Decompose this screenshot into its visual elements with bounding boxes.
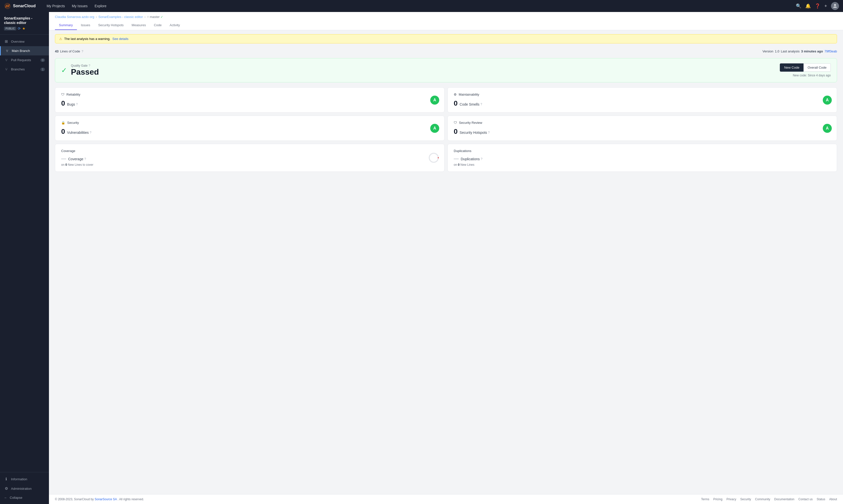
nav-explore[interactable]: Explore (92, 2, 109, 10)
maintainability-card: ⚙ Maintainability 0 Code Smells ? A (447, 87, 837, 112)
overall-code-button[interactable]: Overall Code (804, 64, 831, 72)
lines-help-icon[interactable]: ? (82, 50, 84, 53)
sidebar: SonarExamples - classic editor PUBLIC ⟳ … (0, 12, 49, 504)
quality-gate-content: Quality Gate ? Passed (71, 64, 99, 77)
new-code-button[interactable]: New Code (780, 64, 804, 72)
maintainability-number: 0 (454, 100, 458, 107)
warning-message: The last analysis has a warning. (64, 37, 110, 41)
sidebar-item-administration-label: Administration (11, 487, 32, 490)
metrics-grid: 🛡 Reliability 0 Bugs ? A (55, 87, 837, 172)
reliability-number: 0 (61, 100, 65, 107)
breadcrumb-branch-name: master (150, 15, 160, 19)
project-name: SonarExamples - classic editor (4, 16, 45, 25)
tab-summary[interactable]: Summary (55, 21, 77, 30)
star-icon[interactable]: ★ (22, 26, 25, 31)
quality-gate-label: Quality Gate ? (71, 64, 99, 67)
ci-icon[interactable]: ⟳ (18, 26, 21, 31)
footer-pricing[interactable]: Pricing (713, 498, 722, 501)
duplications-value: — Duplications ? (454, 156, 831, 162)
breadcrumb-org[interactable]: Claudia Sonarova azdo org (55, 15, 94, 19)
tab-activity[interactable]: Activity (165, 21, 184, 30)
breadcrumb-sep-2: › (144, 15, 145, 19)
maintainability-category: ⚙ Maintainability (454, 93, 831, 96)
footer-status[interactable]: Status (817, 498, 825, 501)
vulnerabilities-label: Vulnerabilities (67, 130, 89, 134)
collapse-button[interactable]: ← Collapse (0, 493, 49, 502)
duplications-metric-label: Duplications ? (461, 157, 482, 161)
version-info: Version 1.0 Last analysis 3 minutes ago … (763, 50, 837, 53)
tab-measures[interactable]: Measures (128, 21, 150, 30)
quality-gate-right: New Code Overall Code New code: Since 4 … (780, 64, 831, 77)
duplications-help-icon[interactable]: ? (481, 157, 482, 161)
search-button[interactable]: 🔍 (796, 3, 801, 9)
maintainability-label: Maintainability (459, 93, 479, 96)
coverage-help-icon[interactable]: ? (84, 157, 86, 161)
footer-documentation[interactable]: Documentation (774, 498, 794, 501)
tab-code[interactable]: Code (150, 21, 165, 30)
coverage-label: Coverage (61, 149, 75, 153)
quality-gate-section: ✓ Quality Gate ? Passed New Code Ov (55, 58, 837, 83)
quality-gate-buttons: New Code Overall Code (780, 64, 831, 72)
footer-community[interactable]: Community (755, 498, 770, 501)
reliability-metric-label: Bugs ? (67, 102, 78, 106)
reliability-label: Reliability (67, 93, 80, 96)
nav-my-issues[interactable]: My Issues (69, 2, 91, 10)
breadcrumb: Claudia Sonarova azdo org › SonarExample… (55, 12, 837, 21)
quality-gate-since: New code: Since 4 days ago (793, 74, 831, 77)
lines-label: Lines of Code (60, 50, 80, 53)
security-review-card: 🛡 Security Review 0 Security Hotspots ? … (447, 115, 837, 141)
branches-icon: ⑂ (4, 67, 8, 71)
stats-bar: 43 Lines of Code ? Version 1.0 Last anal… (55, 50, 837, 53)
code-smells-label: Code Smells (460, 102, 480, 106)
sidebar-item-main-branch[interactable]: ⑂ Main Branch (0, 46, 49, 55)
footer-company-link[interactable]: SonarSource SA (95, 498, 117, 501)
breadcrumb-project[interactable]: SonarExamples - classic editor (98, 15, 143, 19)
footer-privacy[interactable]: Privacy (727, 498, 736, 501)
quality-gate-help-icon[interactable]: ? (89, 64, 90, 67)
tab-issues[interactable]: Issues (77, 21, 94, 30)
breadcrumb-sep-1: › (96, 15, 97, 19)
warning-icon: ⚠ (59, 37, 62, 41)
collapse-arrow-icon: ← (4, 496, 7, 500)
sidebar-item-branches[interactable]: ⑂ Branches 1 (0, 65, 49, 74)
tabs: Summary Issues Security Hotspots Measure… (55, 21, 837, 30)
footer-links: Terms Pricing Privacy Security Community… (701, 498, 837, 501)
duplications-card: Duplications — Duplications ? on 0 New L… (447, 144, 837, 172)
sidebar-item-administration[interactable]: ⚙ Administration (0, 484, 49, 493)
sidebar-item-pull-requests[interactable]: ⑂ Pull Requests 0 (0, 55, 49, 65)
add-button[interactable]: + (824, 3, 827, 9)
footer-copyright: © 2008-2023, SonarCloud by SonarSource S… (55, 498, 144, 501)
warning-link[interactable]: See details (112, 37, 128, 41)
notifications-button[interactable]: 🔔 (805, 3, 811, 9)
main-content: 43 Lines of Code ? Version 1.0 Last anal… (49, 43, 843, 494)
tab-security-hotspots[interactable]: Security Hotspots (94, 21, 128, 30)
bugs-label: Bugs (67, 102, 75, 106)
user-avatar[interactable] (831, 2, 839, 10)
security-icon: 🔒 (61, 121, 65, 125)
sidebar-item-overview[interactable]: ⊞ Overview (0, 37, 49, 46)
footer-contact-us[interactable]: Contact us (798, 498, 812, 501)
last-analysis-label: Last analysis (781, 50, 800, 53)
project-badges: PUBLIC ⟳ ★ (4, 26, 45, 31)
footer-security[interactable]: Security (740, 498, 751, 501)
lines-of-code: 43 Lines of Code ? (55, 50, 83, 53)
nav-my-projects[interactable]: My Projects (44, 2, 68, 10)
nav-links: My Projects My Issues Explore (44, 2, 790, 10)
branches-badge: 1 (40, 68, 45, 71)
version-label: Version (763, 50, 773, 53)
branch-icon: ⑂ (147, 15, 149, 19)
security-hotspots-help-icon[interactable]: ? (488, 131, 490, 134)
vulnerabilities-help-icon[interactable]: ? (90, 131, 91, 134)
code-smells-help-icon[interactable]: ? (481, 103, 482, 106)
commit-hash-link[interactable]: 79ff3eab (825, 50, 837, 53)
coverage-card: Coverage — Coverage ? on 0 New Lines to … (55, 144, 445, 172)
quality-gate-check-icon: ✓ (61, 66, 67, 74)
footer-terms[interactable]: Terms (701, 498, 710, 501)
sidebar-item-information[interactable]: ℹ Information (0, 474, 49, 484)
footer-about[interactable]: About (829, 498, 837, 501)
logo[interactable]: SonarCloud (4, 2, 36, 10)
administration-icon: ⚙ (4, 486, 8, 491)
help-button[interactable]: ❓ (815, 3, 820, 9)
bugs-help-icon[interactable]: ? (76, 103, 78, 106)
reliability-grade: A (430, 96, 439, 105)
